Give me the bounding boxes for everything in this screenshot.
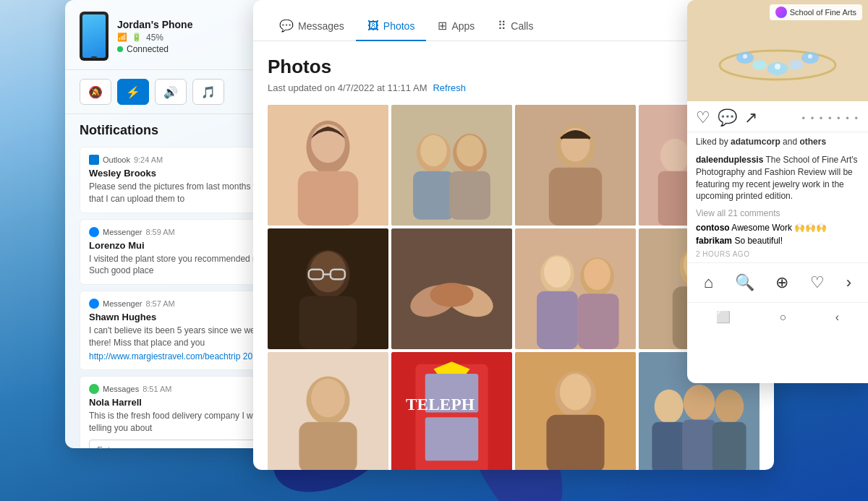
last-updated-text: Last updated on 4/7/2022 at 11:11 AM [268, 82, 427, 93]
svg-point-72 [743, 54, 747, 59]
wifi-icon: 📶 [117, 33, 127, 42]
android-nav: ⬜ ○ ‹ [687, 302, 868, 331]
android-back-button[interactable]: ‹ [827, 308, 848, 327]
notifications-title: Notifications [80, 123, 158, 138]
mute-icon: 🔕 [88, 85, 103, 99]
svg-point-48 [311, 379, 345, 417]
photo-7[interactable] [515, 228, 636, 349]
svg-point-70 [788, 60, 803, 70]
apps-tab-label: Apps [451, 20, 475, 32]
connected-dot [117, 46, 123, 52]
ig-comment-1: contoso Awesome Work 🙌🙌🙌 [687, 221, 868, 234]
photo-11[interactable] [515, 352, 636, 470]
svg-rect-62 [682, 420, 716, 470]
notif-app-name-3: Messenger [103, 299, 142, 308]
svg-rect-56 [546, 415, 604, 470]
school-name: School of Fine Arts [790, 8, 856, 17]
messenger-app-icon-3 [89, 299, 99, 309]
svg-rect-14 [549, 168, 602, 226]
school-avatar [775, 7, 787, 18]
photo-2[interactable] [391, 105, 512, 226]
notif-time-3: 8:57 AM [145, 299, 174, 308]
comment-user-1[interactable]: contoso [696, 223, 730, 233]
view-comments-button[interactable]: View all 21 comments [687, 208, 868, 221]
battery-icon: 🔋 [132, 33, 142, 42]
svg-rect-3 [298, 171, 359, 226]
svg-point-73 [775, 64, 780, 69]
messages-tab-icon: 💬 [279, 19, 294, 33]
liked-others-text: others [799, 137, 826, 147]
comment-text-2: So beautiful! [734, 236, 783, 246]
svg-point-17 [660, 139, 689, 173]
svg-point-40 [584, 259, 610, 290]
ig-time-ago: 2 hours ago [687, 247, 868, 262]
outlook-app-icon [89, 155, 99, 165]
photos-subtitle: Last updated on 4/7/2022 at 11:11 AM Ref… [268, 82, 760, 93]
phone-info: Jordan's Phone 📶 🔋 45% Connected [117, 19, 192, 54]
liked-by-user[interactable]: adatumcorp [731, 137, 780, 147]
ig-home-button[interactable]: ⌂ [698, 270, 719, 295]
liked-text: Liked by adatumcorp and others [696, 137, 826, 147]
notif-time-2: 8:59 AM [145, 228, 174, 236]
svg-rect-36 [537, 291, 578, 349]
ig-add-button[interactable]: ⊕ [770, 270, 794, 295]
heart-button[interactable]: ♡ [696, 108, 710, 127]
android-home-button[interactable]: ○ [770, 308, 795, 327]
svg-point-68 [752, 60, 767, 70]
phone-name: Jordan's Phone [117, 19, 192, 30]
messenger-app-icon-2 [89, 227, 99, 237]
photo-5[interactable] [268, 228, 388, 349]
photo-grid: TELEPH [268, 105, 760, 470]
connection-status: Connected [127, 44, 169, 54]
comment-user-2[interactable]: fabrikam [696, 236, 732, 246]
svg-point-26 [310, 252, 346, 293]
ig-school-label: School of Fine Arts [770, 4, 862, 20]
svg-rect-39 [578, 294, 619, 349]
photo-10[interactable]: TELEPH [391, 352, 512, 470]
svg-point-8 [420, 135, 447, 166]
notif-app-name-4: Messages [103, 385, 139, 393]
notif-app-name-1: Outlook [103, 155, 130, 164]
android-recents-button[interactable]: ⬜ [707, 307, 739, 327]
photo-1[interactable] [268, 105, 388, 226]
tab-messages[interactable]: 💬 Messages [268, 12, 356, 41]
ig-liked-section: Liked by adatumcorp and others [687, 132, 868, 151]
svg-rect-64 [712, 422, 746, 470]
bluetooth-button[interactable]: ⚡ [117, 79, 149, 105]
volume-icon: 🔊 [163, 85, 178, 99]
share-button[interactable]: ↗ [744, 108, 757, 127]
comment-button[interactable]: 💬 [718, 108, 737, 127]
ig-caption: daleenduplessis The School of Fine Art's… [687, 151, 868, 208]
svg-point-59 [655, 390, 684, 424]
messages-app-icon-4 [89, 384, 99, 394]
ig-post-username[interactable]: daleenduplessis [696, 155, 763, 165]
phone-thumbnail [80, 12, 109, 61]
ig-actions: ♡ 💬 ↗ • • • • • • • [687, 101, 868, 132]
tab-apps[interactable]: ⊞ Apps [426, 12, 486, 41]
comment-text-1: Awesome Work 🙌🙌🙌 [731, 223, 827, 233]
mute-button[interactable]: 🔕 [80, 79, 111, 105]
svg-point-61 [684, 385, 715, 421]
tab-photos[interactable]: 🖼 Photos [356, 12, 427, 41]
bluetooth-icon: ⚡ [126, 85, 140, 99]
music-button[interactable]: 🎵 [192, 79, 224, 105]
photos-tab-label: Photos [383, 20, 415, 32]
refresh-button[interactable]: Refresh [433, 82, 466, 93]
svg-point-11 [456, 135, 483, 166]
messages-tab-label: Messages [298, 20, 344, 32]
photo-3[interactable] [515, 105, 636, 226]
ig-search-button[interactable]: 🔍 [729, 270, 760, 295]
ig-chevron-right-button[interactable]: › [841, 270, 857, 295]
svg-rect-52 [425, 417, 478, 461]
photo-9[interactable] [268, 352, 388, 470]
volume-button[interactable]: 🔊 [155, 79, 187, 105]
photo-6[interactable] [391, 228, 512, 349]
svg-rect-7 [413, 171, 454, 220]
svg-point-74 [808, 54, 812, 59]
tab-calls[interactable]: ⠿ Calls [486, 12, 545, 41]
notif-link-3[interactable]: http://www.margiestravel.com/beachtrip 2… [89, 351, 262, 361]
svg-rect-10 [449, 171, 490, 220]
ig-heart-nav-button[interactable]: ♡ [804, 270, 830, 295]
photos-title: Photos [268, 56, 760, 78]
battery-level: 45% [146, 33, 163, 43]
